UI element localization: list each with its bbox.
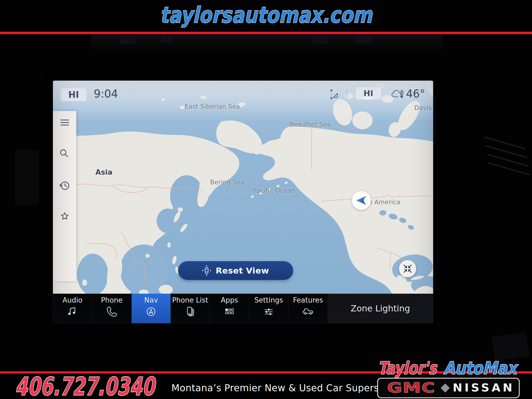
history-clock-icon [60,182,69,189]
outside-temperature: 46° [406,88,425,100]
drive-mode-chip-left[interactable]: HI [60,88,87,101]
collapse-view-button[interactable] [399,260,416,277]
map-label-pacific-ocean: Pacific Ocean [253,187,295,194]
map-label-beaufort-sea: Beaufort Sea [290,121,331,128]
vehicle-heading-arrow-icon [355,195,367,206]
apps-grid-icon [223,305,236,318]
tab-settings[interactable]: Settings [249,294,288,323]
reset-view-button[interactable]: Reset View [178,261,293,280]
tab-label: Features [293,296,323,304]
tab-label: Phone List [172,296,208,304]
menu-button[interactable] [59,116,71,129]
tab-label: Phone [101,296,123,304]
brand-logos-box: GMC NISSAN [377,378,520,398]
diamond-separator-icon [441,383,450,393]
map-label-asia: Asia [95,168,112,176]
settings-sliders-icon [263,305,275,318]
status-divider [347,89,347,99]
star-icon [61,213,68,219]
reset-view-label: Reset View [216,266,269,275]
feature-tab-bar: Audio Phone Nav [53,294,433,323]
hamburger-icon [61,120,69,125]
map-scale-icon[interactable] [328,89,338,100]
dashboard-control [161,34,173,42]
map-label-bering-sea: Bering Sea [210,179,245,186]
dashboard-control [355,34,372,44]
photo-backdrop: taylorsautomax.com [0,0,532,399]
arrows-inward-icon [402,264,413,274]
drive-mode-label: HI [68,89,79,100]
nissan-logo: NISSAN [452,381,519,395]
map-label-east-siberian-sea: East Siberian Sea [185,103,240,110]
tab-label: Nav [144,296,158,304]
tab-apps[interactable]: Apps [210,294,249,323]
dashboard-panel [15,150,39,204]
map-sidebar [53,111,76,281]
favorites-button[interactable] [59,210,71,223]
tab-label: Apps [221,296,238,304]
search-icon [60,150,68,157]
center-vehicle-icon [202,265,211,276]
drive-mode-label: HI [364,89,373,98]
phone-handset-icon [106,305,118,318]
tab-nav[interactable]: Nav [132,294,171,323]
tab-label: Settings [254,296,283,304]
top-accent-line [0,32,532,34]
tab-zone-lighting[interactable]: Zone Lighting [328,294,433,323]
tab-label: Audio [63,296,82,304]
pickup-truck-icon [302,305,314,318]
website-url: taylorsautomax.com [160,2,373,28]
phone-list-icon [184,305,196,318]
tab-phone-list[interactable]: Phone List [171,294,210,323]
dealer-phone: 406.727.0340 [13,373,169,399]
dealer-website-banner: taylorsautomax.com [145,2,387,28]
map-label-davis-strait: Davis S [414,104,433,111]
dashboard-control [313,34,328,44]
music-note-icon [66,305,79,318]
dealer-logo: Taylor's AutoMax [372,356,525,379]
tab-features[interactable]: Features [289,294,328,323]
infotainment-screen: East Siberian Sea Beaufort Sea Davis S A… [53,81,433,323]
nissan-text: NISSAN [453,382,515,394]
tab-audio[interactable]: Audio [53,294,92,323]
recent-destinations-button[interactable] [59,179,71,192]
dealer-name-second: AutoMax [444,358,519,378]
search-button[interactable] [59,148,71,160]
dashboard-strip [91,33,443,53]
gmc-logo: GMC [384,380,440,396]
tab-label: Zone Lighting [351,303,410,314]
phone-number: 406.727.0340 [15,373,157,399]
dealer-name-first: Taylor's [378,358,437,378]
drive-mode-chip-right[interactable]: HI [355,87,381,100]
nav-compass-icon [145,305,157,318]
dashboard-control [120,35,136,44]
gmc-text: GMC [387,380,436,396]
weather-cloud-thermometer-icon [390,89,404,100]
dealer-tagline: Montana’s Premier New & Used Car Superst… [171,383,402,393]
clock: 9:04 [94,88,118,100]
tab-phone[interactable]: Phone [92,294,131,323]
vehicle-location-marker[interactable] [352,191,371,210]
